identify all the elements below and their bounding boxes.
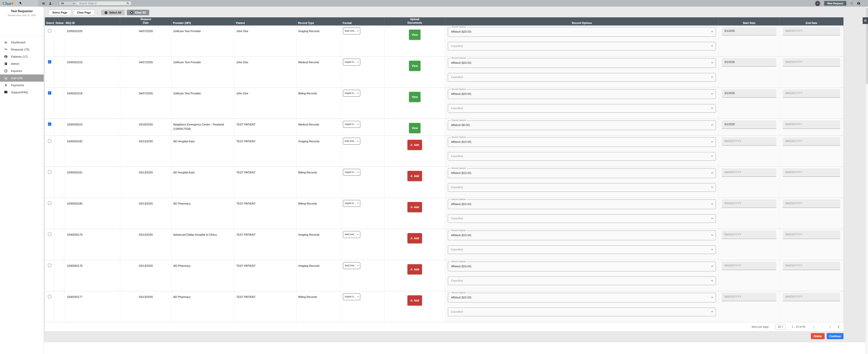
upload-documents-button[interactable]: ⚠ Add (407, 140, 422, 150)
row-checkbox[interactable]: ✓ (48, 60, 51, 64)
start-date-input[interactable]: 3/1/2026 (722, 120, 776, 129)
record-options-select[interactable]: Record Options Affidavit ($15.00) ▾ (448, 199, 716, 209)
end-date-input[interactable]: MM/DD/YYYY (783, 199, 840, 208)
row-checkbox[interactable]: ✓ (48, 170, 51, 174)
upload-documents-button[interactable]: View (409, 61, 421, 71)
fullscreen-icon[interactable] (850, 2, 853, 5)
record-options-select[interactable]: Record Options Affidavit ($0.00) ▾ (448, 120, 716, 130)
record-options-select[interactable]: Record Options Affidavit ($20.00) ▾ (448, 27, 716, 37)
unpin-sidebar-icon[interactable] (19, 2, 22, 5)
end-date-input[interactable]: MM/DD/YYYY (783, 231, 840, 239)
record-options-select[interactable]: Record Options Affidavit ($20.00) ▾ (448, 58, 716, 68)
sidebar-item-dashboard[interactable]: Dashboard (0, 39, 43, 46)
format-select[interactable]: Digital D... ▾ (343, 293, 360, 300)
expedited-select[interactable]: Expedited ▾ (448, 152, 716, 161)
row-checkbox[interactable]: ✓ (48, 29, 51, 32)
select-all-button[interactable]: ✓ Select All (101, 10, 125, 15)
end-date-input[interactable]: MM/DD/YYYY (783, 168, 840, 177)
start-date-input[interactable]: MM/DD/YYYY (722, 199, 776, 208)
first-page-icon[interactable]: |‹ (813, 325, 815, 328)
start-date-input[interactable]: MM/DD/YYYY (722, 231, 776, 239)
expedited-select[interactable]: Expedited ▾ (448, 104, 716, 113)
table-settings-button[interactable]: ⚙ (863, 17, 868, 24)
upload-documents-button[interactable]: ⚠ Add (407, 264, 422, 275)
format-select[interactable]: Digital D... ▾ (343, 90, 360, 97)
sidebar-item-support-faq[interactable]: Support/FAQ (0, 89, 43, 96)
expedited-select[interactable]: Expedited ▾ (448, 245, 716, 254)
start-date-input[interactable]: MM/DD/YYYY (722, 137, 776, 146)
end-date-input[interactable]: MM/DD/YYYY (783, 120, 840, 129)
sidebar-item-cart-26[interactable]: Cart (26) (0, 74, 43, 82)
format-select[interactable]: Digital D... ▾ (343, 59, 360, 66)
expedited-select[interactable]: Expedited ▾ (448, 277, 716, 285)
format-select[interactable]: Digital D... ▾ (343, 200, 360, 207)
clear-page-button[interactable]: Clear Page (73, 10, 95, 15)
items-per-page-select[interactable]: 10 ▾ (775, 324, 785, 329)
end-date-input[interactable]: MM/DD/YYYY (783, 27, 840, 35)
sidebar-item-admin[interactable]: Admin (0, 60, 43, 67)
search-icon[interactable] (126, 2, 131, 5)
upload-documents-button[interactable]: ⚠ Add (407, 171, 422, 181)
expedited-select[interactable]: Expedited ▾ (448, 308, 716, 316)
record-options-select[interactable]: Record Options Affidavit ($15.00) ▾ (448, 262, 716, 271)
row-checkbox[interactable]: ✓ (48, 201, 51, 205)
sidebar-item-payments[interactable]: $ Payments (0, 82, 43, 89)
format-select[interactable]: Digital D... ▾ (343, 169, 360, 176)
new-request-button[interactable]: New Request (824, 1, 846, 6)
hamburger-menu-icon[interactable] (42, 2, 45, 5)
start-date-input[interactable]: 3/1/2026 (722, 27, 776, 35)
format-select[interactable]: Mail Deli... ▾ (343, 231, 360, 238)
end-date-input[interactable]: MM/DD/YYYY (783, 58, 840, 67)
row-checkbox[interactable]: ✓ (48, 264, 51, 267)
end-date-input[interactable]: MM/DD/YYYY (783, 89, 840, 98)
record-options-select[interactable]: Record Options Affidavit ($20.00) ▾ (448, 89, 716, 99)
start-date-input[interactable]: MM/DD/YYYY (722, 293, 776, 301)
record-options-select[interactable]: Record Options Affidavit ($15.00) ▾ (448, 168, 716, 178)
last-page-icon[interactable]: ›| (838, 325, 839, 328)
account-circle-icon[interactable] (857, 2, 860, 5)
start-date-input[interactable]: MM/DD/YYYY (722, 262, 776, 270)
expedited-select[interactable]: Expedited ▾ (448, 183, 716, 192)
end-date-input[interactable]: MM/DD/YYYY (783, 293, 840, 301)
expedited-select[interactable]: Expedited ▾ (448, 73, 716, 82)
start-date-input[interactable]: MM/DD/YYYY (722, 168, 776, 177)
page-scrollbar[interactable] (865, 7, 868, 354)
upload-documents-button[interactable]: ⚠ Add (407, 233, 422, 243)
row-checkbox[interactable]: ✓ (48, 122, 51, 126)
end-date-input[interactable]: MM/DD/YYYY (783, 262, 840, 270)
format-select[interactable]: Mail Deli... ▾ (343, 262, 360, 269)
search-scope-select[interactable]: All (59, 1, 77, 5)
next-page-icon[interactable]: › (830, 325, 831, 328)
sidebar-item-requests-75[interactable]: Requests (75) (0, 46, 43, 53)
upload-documents-button[interactable]: View (409, 123, 421, 133)
record-options-select[interactable]: Record Options Affidavit ($15.00) ▾ (448, 293, 716, 302)
support-avatar[interactable] (815, 1, 820, 6)
row-checkbox[interactable]: ✓ (48, 233, 51, 236)
format-select[interactable]: Digital D... ▾ (343, 121, 360, 128)
row-checkbox[interactable]: ✓ (48, 139, 51, 142)
sidebar-item-patients-17[interactable]: Patients (17) (0, 53, 43, 60)
select-page-button[interactable]: Select Page (49, 10, 71, 15)
upload-documents-button[interactable]: View (409, 30, 421, 40)
start-date-input[interactable]: 3/1/2026 (722, 89, 776, 98)
end-date-input[interactable]: MM/DD/YYYY (783, 137, 840, 146)
upload-documents-button[interactable]: ⚠ Add (407, 202, 422, 212)
delete-button[interactable]: Delete (811, 333, 825, 339)
expedited-select[interactable]: Expedited ▾ (448, 214, 716, 223)
clear-all-button[interactable]: Clear All (127, 10, 149, 15)
format-select[interactable]: Mail Deli... ▾ (343, 138, 360, 144)
record-options-select[interactable]: Record Options Affidavit ($15.00) ▾ (448, 231, 716, 240)
upload-documents-button[interactable]: ⚠ Add (407, 295, 422, 305)
record-options-select[interactable]: Record Options Affidavit ($15.00) ▾ (448, 137, 716, 147)
upload-documents-button[interactable]: View (409, 92, 421, 102)
format-select[interactable]: Mail Deli... ▾ (343, 28, 360, 34)
expedited-select[interactable]: Expedited ▾ (448, 42, 716, 51)
previous-page-icon[interactable]: ‹ (822, 325, 823, 328)
continue-button[interactable]: Continue (827, 333, 843, 339)
row-checkbox[interactable]: ✓ (48, 295, 51, 298)
row-checkbox[interactable]: ✓ (48, 91, 51, 95)
user-menu-icon[interactable] (49, 2, 52, 5)
search-input[interactable] (77, 1, 126, 5)
start-date-input[interactable]: 3/1/2026 (722, 58, 776, 67)
sidebar-item-inquiries[interactable]: Inquiries (0, 67, 43, 74)
